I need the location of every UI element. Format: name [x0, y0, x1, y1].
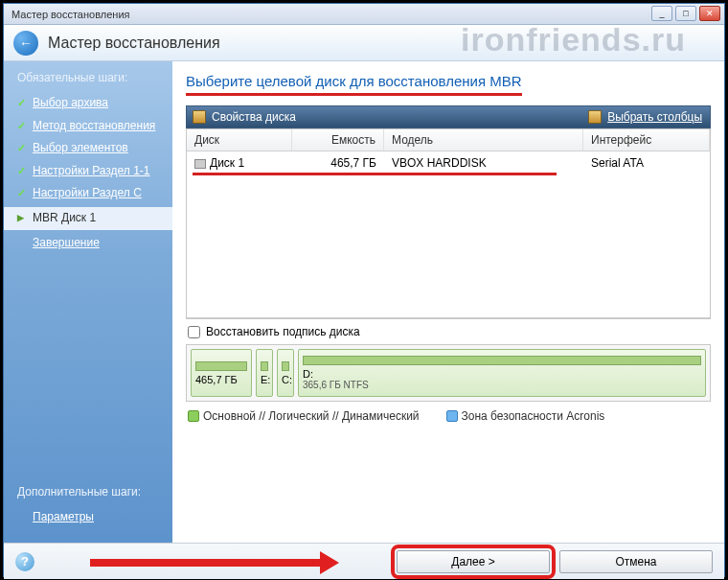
step-params[interactable]: Параметры — [17, 506, 141, 529]
step-elements[interactable]: Выбор элементов — [17, 137, 163, 160]
main-panel: Выберите целевой диск для восстановления… — [172, 61, 724, 543]
partition-d-detail: 365,6 ГБ NTFS — [303, 380, 701, 390]
header: ← Мастер восстановления — [4, 25, 724, 61]
maximize-button[interactable]: □ — [675, 6, 696, 21]
wizard-window: Мастер восстановления _ □ ✕ ← Мастер вос… — [3, 3, 725, 577]
partition-e[interactable]: E: — [256, 349, 273, 397]
step-method[interactable]: Метод восстановления — [17, 115, 163, 138]
cell-interface: Serial ATA — [583, 154, 710, 172]
sidebar-section-required: Обязательные шаги: — [17, 71, 163, 84]
back-button[interactable]: ← — [13, 31, 38, 56]
partition-c-label: C: — [282, 374, 289, 385]
th-capacity[interactable]: Емкость — [292, 129, 384, 151]
step-finish[interactable]: Завершение — [17, 232, 163, 255]
columns-icon — [588, 110, 602, 124]
legend-acronis-label: Зона безопасности Acronis — [462, 409, 605, 423]
cancel-button[interactable]: Отмена — [559, 550, 713, 573]
partition-c[interactable]: C: — [277, 349, 294, 397]
restore-signature-checkbox[interactable] — [188, 326, 200, 338]
disk-table: Диск Емкость Модель Интерфейс Диск 1 465… — [186, 128, 711, 319]
th-interface[interactable]: Интерфейс — [583, 129, 710, 151]
titlebar: Мастер восстановления _ □ ✕ — [4, 4, 724, 25]
table-row[interactable]: Диск 1 465,7 ГБ VBOX HARDDISK Serial ATA — [187, 151, 710, 174]
disk-properties-icon — [193, 110, 206, 124]
help-button[interactable]: ? — [15, 552, 34, 571]
restore-signature-label: Восстановить подпись диска — [206, 325, 360, 338]
window-title: Мастер восстановления — [8, 9, 129, 20]
step-mbr-disk1[interactable]: MBR Диск 1 — [4, 207, 172, 230]
cell-model: VBOX HARDDISK — [384, 154, 583, 172]
step-archive[interactable]: Выбор архива — [17, 92, 163, 115]
cell-capacity: 465,7 ГБ — [292, 154, 384, 172]
partition-total-label: 465,7 ГБ — [195, 374, 247, 385]
next-button[interactable]: Далее > — [397, 550, 550, 573]
header-title: Мастер восстановления — [48, 35, 220, 52]
close-button[interactable]: ✕ — [699, 6, 720, 21]
annotation-underline — [193, 173, 557, 175]
partition-bar: 465,7 ГБ E: C: D: 365,6 ГБ NTFS — [186, 344, 711, 402]
table-body: Диск 1 465,7 ГБ VBOX HARDDISK Serial ATA — [187, 151, 710, 318]
cell-disk: Диск 1 — [210, 156, 244, 170]
th-model[interactable]: Модель — [384, 129, 583, 151]
legend: Основной // Логический // Динамический З… — [186, 402, 711, 427]
partition-d-label: D: — [303, 368, 701, 380]
sidebar-section-optional: Дополнительные шаги: — [17, 485, 141, 499]
footer: ? Далее > Отмена — [4, 543, 724, 579]
minimize-button[interactable]: _ — [651, 6, 672, 21]
legend-primary-swatch — [188, 410, 199, 422]
main-title: Выберите целевой диск для восстановления… — [186, 73, 522, 96]
restore-signature-row: Восстановить подпись диска — [186, 319, 711, 344]
table-header: Диск Емкость Модель Интерфейс — [187, 129, 710, 151]
disk-icon — [194, 159, 206, 169]
th-disk[interactable]: Диск — [187, 129, 292, 151]
disk-properties-button[interactable]: Свойства диска — [212, 110, 296, 124]
sidebar: Обязательные шаги: Выбор архива Метод во… — [4, 61, 172, 543]
step-partition-1-1[interactable]: Настройки Раздел 1-1 — [17, 160, 163, 183]
partition-d[interactable]: D: 365,6 ГБ NTFS — [298, 349, 706, 397]
choose-columns-label: Выбрать столбцы — [607, 110, 702, 124]
step-partition-c[interactable]: Настройки Раздел C — [17, 182, 163, 205]
annotation-arrow — [90, 555, 339, 570]
table-toolbar: Свойства диска Выбрать столбцы — [186, 105, 711, 128]
partition-total[interactable]: 465,7 ГБ — [191, 349, 252, 397]
choose-columns-button[interactable]: Выбрать столбцы — [588, 110, 710, 124]
legend-primary-label: Основной // Логический // Динамический — [203, 409, 420, 423]
partition-e-label: E: — [261, 374, 268, 385]
legend-acronis-swatch — [446, 410, 458, 422]
